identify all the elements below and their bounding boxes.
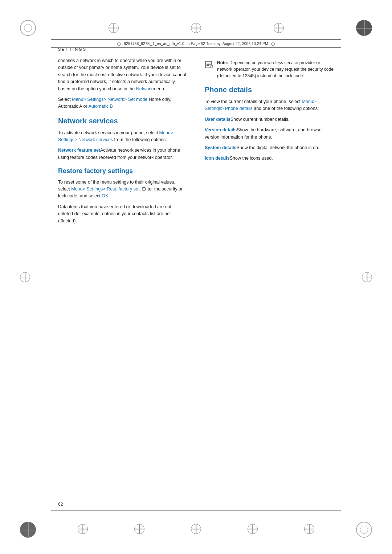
details-item-2: System detailsShow the digital network t… <box>205 144 334 151</box>
note-content: Depending on your wireless service provi… <box>217 60 334 78</box>
menu-text: menu. <box>153 86 166 91</box>
bottom-right-center-mark <box>248 524 258 534</box>
header-diamond-left <box>117 42 121 46</box>
network-services-from: from the following options: <box>113 137 167 142</box>
svg-rect-1 <box>207 63 211 63</box>
bottom-left-corner <box>20 522 36 538</box>
top-center-crosshair <box>191 23 201 33</box>
top-right-mark <box>356 20 372 36</box>
bottom-line <box>51 510 341 510</box>
details-item-1: Version detailsShow the hardware, softwa… <box>205 127 334 141</box>
svg-rect-2 <box>207 64 211 65</box>
phone-details-intro: To view the current details of your phon… <box>205 99 302 104</box>
left-column: chooses a network in which to operate wh… <box>58 57 187 228</box>
mid-left-mark <box>20 272 30 282</box>
note-box: Note: Depending on your wireless service… <box>205 59 334 79</box>
details-item-label-0: User details <box>205 117 230 122</box>
network-feature-paragraph: Network feature setActivate network serv… <box>58 147 187 161</box>
restore-paragraph: To reset some of the menu settings to th… <box>58 179 187 200</box>
intro-paragraph: chooses a network in which to operate wh… <box>58 57 187 93</box>
details-item-label-1: Version details <box>205 127 237 132</box>
bottom-left-center-mark <box>134 524 144 534</box>
network-services-paragraph: To activate network services in your pho… <box>58 130 187 144</box>
top-right-crosshair <box>274 23 284 33</box>
note-icon <box>205 60 213 69</box>
page-container: 9251758_6275i_1_en_au_oth_v1.0.fm Page 6… <box>0 0 392 554</box>
restore-data-text: Data items that you have entered or down… <box>58 204 187 225</box>
network-link: Network <box>136 86 153 91</box>
bottom-marks <box>0 524 392 534</box>
page-number: 62 <box>58 499 63 507</box>
ok-link: OK <box>102 193 108 198</box>
top-left-crosshair <box>109 23 119 33</box>
file-info-text: 9251758_6275i_1_en_au_oth_v1.0.fm Page 6… <box>124 42 268 46</box>
details-item-desc-0: Show current number details. <box>230 117 290 122</box>
details-item-desc-3: Show the icons used. <box>230 156 273 161</box>
details-item-label-3: Icon details <box>205 156 230 161</box>
network-services-intro: To activate network services in your pho… <box>58 130 159 135</box>
svg-rect-3 <box>207 65 209 66</box>
details-item-desc-2: Show the digital network the phone is on… <box>237 145 319 150</box>
right-column: Note: Depending on your wireless service… <box>205 57 334 228</box>
header-bar: 9251758_6275i_1_en_au_oth_v1.0.fm Page 6… <box>51 42 341 46</box>
bottom-left-mark <box>78 524 88 534</box>
select-menu-link: Menu> Settings> Network> Set mode <box>72 97 147 102</box>
mid-right-mark <box>362 272 372 282</box>
select-paragraph: Select Menu> Settings> Network> Set mode… <box>58 96 187 110</box>
mid-right-crosshair <box>362 272 372 282</box>
top-left-mark <box>20 20 36 36</box>
two-column-layout: chooses a network in which to operate wh… <box>58 57 334 228</box>
phone-details-title: Phone details <box>205 86 334 94</box>
details-item-3: Icon detailsShow the icons used. <box>205 155 334 162</box>
select-text: Select <box>58 97 72 102</box>
mid-left-crosshair <box>20 272 30 282</box>
header-diamond-right <box>271 42 275 46</box>
bottom-center-mark <box>191 524 201 534</box>
header-line-top <box>51 39 341 40</box>
details-item-label-2: System details <box>205 145 237 150</box>
section-heading: Settings <box>58 47 334 52</box>
bottom-right-mark <box>304 524 314 534</box>
automatic-b: Automatic B <box>88 104 113 109</box>
note-bold: Note: <box>217 60 228 65</box>
phone-details-intro-paragraph: To view the current details of your phon… <box>205 98 334 112</box>
restore-menu-link: Menu> Settings> Rest. factory set <box>71 186 139 192</box>
bottom-right-corner <box>356 522 372 538</box>
restore-title: Restore factory settings <box>58 167 187 175</box>
network-feature-label: Network feature set <box>58 148 100 153</box>
note-text: Note: Depending on your wireless service… <box>217 59 334 79</box>
details-list: User detailsShow current number details.… <box>205 116 334 162</box>
phone-details-options: and one of the following options: <box>253 106 319 111</box>
details-item-0: User detailsShow current number details. <box>205 116 334 123</box>
content-area: Settings chooses a network in which to o… <box>58 47 334 507</box>
top-marks <box>0 20 392 36</box>
intro-text: chooses a network in which to operate wh… <box>58 58 186 91</box>
network-services-title: Network services <box>58 117 187 125</box>
